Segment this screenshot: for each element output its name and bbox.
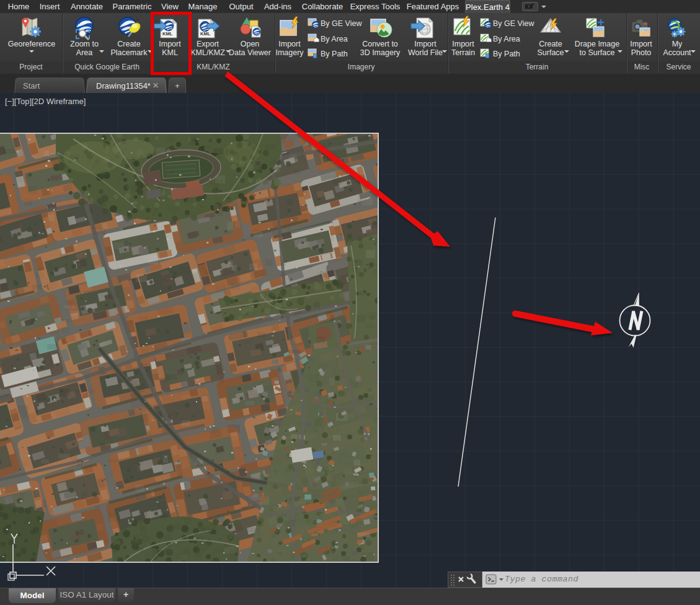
svg-text:KML: KML [200,31,211,37]
